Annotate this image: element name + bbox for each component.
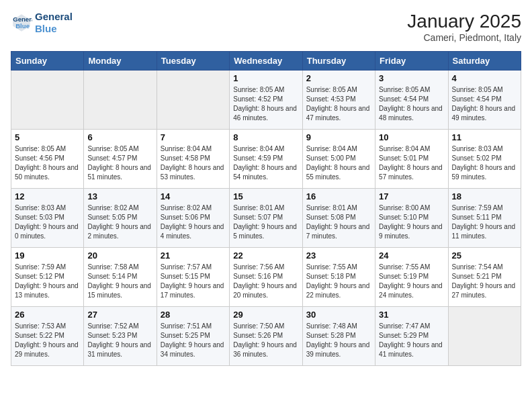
day-number: 26: [15, 310, 80, 320]
day-number: 19: [15, 250, 80, 261]
title-block: January 2025 Cameri, Piedmont, Italy: [407, 11, 521, 43]
weekday-header: Sunday: [11, 52, 84, 71]
day-number: 9: [306, 132, 371, 142]
calendar-cell: 15Sunrise: 8:01 AM Sunset: 5:07 PM Dayli…: [230, 189, 302, 248]
calendar-cell: 31Sunrise: 7:47 AM Sunset: 5:29 PM Dayli…: [375, 307, 448, 366]
day-info: Sunrise: 8:04 AM Sunset: 4:58 PM Dayligh…: [161, 144, 226, 182]
calendar-cell: 5Sunrise: 8:05 AM Sunset: 4:56 PM Daylig…: [11, 130, 84, 189]
day-info: Sunrise: 8:04 AM Sunset: 5:01 PM Dayligh…: [379, 144, 444, 182]
day-info: Sunrise: 8:05 AM Sunset: 4:53 PM Dayligh…: [306, 85, 371, 123]
month-year: January 2025: [407, 11, 521, 32]
day-number: 8: [233, 132, 298, 142]
calendar-cell: 26Sunrise: 7:53 AM Sunset: 5:22 PM Dayli…: [11, 307, 84, 366]
day-info: Sunrise: 7:55 AM Sunset: 5:18 PM Dayligh…: [306, 263, 371, 300]
day-number: 27: [87, 310, 152, 320]
calendar-cell: 10Sunrise: 8:04 AM Sunset: 5:01 PM Dayli…: [375, 130, 448, 189]
calendar-cell: 27Sunrise: 7:52 AM Sunset: 5:23 PM Dayli…: [84, 307, 157, 366]
calendar-cell: 6Sunrise: 8:05 AM Sunset: 4:57 PM Daylig…: [84, 130, 157, 189]
day-number: 24: [379, 250, 444, 261]
day-number: 3: [379, 73, 444, 83]
day-info: Sunrise: 8:05 AM Sunset: 4:54 PM Dayligh…: [452, 85, 517, 123]
calendar-cell: [448, 307, 521, 366]
page-header: General Blue General Blue January 2025 C…: [11, 11, 521, 43]
day-number: 6: [87, 132, 152, 142]
day-info: Sunrise: 8:00 AM Sunset: 5:10 PM Dayligh…: [379, 203, 444, 241]
calendar-cell: 12Sunrise: 8:03 AM Sunset: 5:03 PM Dayli…: [11, 189, 84, 248]
logo-line1: General: [35, 11, 73, 23]
day-info: Sunrise: 7:57 AM Sunset: 5:15 PM Dayligh…: [161, 263, 226, 300]
calendar-cell: 13Sunrise: 8:02 AM Sunset: 5:05 PM Dayli…: [84, 189, 157, 248]
day-number: 5: [15, 132, 80, 142]
day-number: 4: [452, 73, 517, 83]
day-info: Sunrise: 8:02 AM Sunset: 5:05 PM Dayligh…: [87, 203, 152, 241]
day-number: 10: [379, 132, 444, 142]
calendar-cell: [84, 71, 157, 130]
day-info: Sunrise: 8:05 AM Sunset: 4:54 PM Dayligh…: [379, 85, 444, 123]
day-number: 20: [87, 250, 152, 261]
day-info: Sunrise: 7:53 AM Sunset: 5:22 PM Dayligh…: [15, 322, 80, 359]
day-number: 28: [161, 310, 226, 320]
weekday-header: Monday: [84, 52, 157, 71]
weekday-header: Saturday: [448, 52, 521, 71]
calendar-cell: 18Sunrise: 7:59 AM Sunset: 5:11 PM Dayli…: [448, 189, 521, 248]
calendar-cell: 30Sunrise: 7:48 AM Sunset: 5:28 PM Dayli…: [302, 307, 375, 366]
day-info: Sunrise: 7:59 AM Sunset: 5:12 PM Dayligh…: [15, 263, 80, 300]
day-info: Sunrise: 8:05 AM Sunset: 4:52 PM Dayligh…: [233, 85, 298, 123]
day-info: Sunrise: 8:02 AM Sunset: 5:06 PM Dayligh…: [161, 203, 226, 241]
day-number: 7: [161, 132, 226, 142]
day-number: 15: [233, 191, 298, 201]
calendar-cell: 11Sunrise: 8:03 AM Sunset: 5:02 PM Dayli…: [448, 130, 521, 189]
day-number: 30: [306, 310, 371, 320]
day-number: 18: [452, 191, 517, 201]
calendar-cell: 19Sunrise: 7:59 AM Sunset: 5:12 PM Dayli…: [11, 248, 84, 307]
calendar-cell: 7Sunrise: 8:04 AM Sunset: 4:58 PM Daylig…: [157, 130, 229, 189]
weekday-header: Wednesday: [230, 52, 302, 71]
day-number: 12: [15, 191, 80, 201]
day-info: Sunrise: 8:03 AM Sunset: 5:02 PM Dayligh…: [452, 144, 517, 182]
calendar-cell: 8Sunrise: 8:04 AM Sunset: 4:59 PM Daylig…: [230, 130, 302, 189]
day-number: 31: [379, 310, 444, 320]
day-info: Sunrise: 7:59 AM Sunset: 5:11 PM Dayligh…: [452, 203, 517, 241]
day-number: 2: [306, 73, 371, 83]
day-number: 13: [87, 191, 152, 201]
day-info: Sunrise: 8:04 AM Sunset: 4:59 PM Dayligh…: [233, 144, 298, 182]
logo-line2: Blue: [35, 23, 73, 35]
calendar-cell: 4Sunrise: 8:05 AM Sunset: 4:54 PM Daylig…: [448, 71, 521, 130]
weekday-header: Thursday: [302, 52, 375, 71]
calendar-cell: 1Sunrise: 8:05 AM Sunset: 4:52 PM Daylig…: [230, 71, 302, 130]
day-number: 11: [452, 132, 517, 142]
calendar-table: SundayMondayTuesdayWednesdayThursdayFrid…: [11, 51, 521, 366]
calendar-cell: 20Sunrise: 7:58 AM Sunset: 5:14 PM Dayli…: [84, 248, 157, 307]
calendar-cell: 17Sunrise: 8:00 AM Sunset: 5:10 PM Dayli…: [375, 189, 448, 248]
day-info: Sunrise: 8:04 AM Sunset: 5:00 PM Dayligh…: [306, 144, 371, 182]
calendar-cell: 24Sunrise: 7:55 AM Sunset: 5:19 PM Dayli…: [375, 248, 448, 307]
calendar-cell: 25Sunrise: 7:54 AM Sunset: 5:21 PM Dayli…: [448, 248, 521, 307]
day-info: Sunrise: 8:05 AM Sunset: 4:56 PM Dayligh…: [15, 144, 80, 182]
day-info: Sunrise: 7:52 AM Sunset: 5:23 PM Dayligh…: [87, 322, 152, 359]
day-info: Sunrise: 7:56 AM Sunset: 5:16 PM Dayligh…: [233, 263, 298, 300]
day-number: 29: [233, 310, 298, 320]
weekday-header: Friday: [375, 52, 448, 71]
day-info: Sunrise: 7:51 AM Sunset: 5:25 PM Dayligh…: [161, 322, 226, 359]
calendar-header: SundayMondayTuesdayWednesdayThursdayFrid…: [11, 52, 521, 71]
day-number: 16: [306, 191, 371, 201]
day-info: Sunrise: 7:54 AM Sunset: 5:21 PM Dayligh…: [452, 263, 517, 300]
day-info: Sunrise: 7:58 AM Sunset: 5:14 PM Dayligh…: [87, 263, 152, 300]
day-info: Sunrise: 7:50 AM Sunset: 5:26 PM Dayligh…: [233, 322, 298, 359]
day-number: 17: [379, 191, 444, 201]
day-number: 23: [306, 250, 371, 261]
calendar-cell: 2Sunrise: 8:05 AM Sunset: 4:53 PM Daylig…: [302, 71, 375, 130]
calendar-cell: 14Sunrise: 8:02 AM Sunset: 5:06 PM Dayli…: [157, 189, 229, 248]
day-info: Sunrise: 8:01 AM Sunset: 5:07 PM Dayligh…: [233, 203, 298, 241]
calendar-cell: [157, 71, 229, 130]
calendar-cell: 29Sunrise: 7:50 AM Sunset: 5:26 PM Dayli…: [230, 307, 302, 366]
calendar-cell: [11, 71, 84, 130]
day-info: Sunrise: 8:03 AM Sunset: 5:03 PM Dayligh…: [15, 203, 80, 241]
location: Cameri, Piedmont, Italy: [407, 32, 521, 43]
day-number: 14: [161, 191, 226, 201]
day-info: Sunrise: 7:55 AM Sunset: 5:19 PM Dayligh…: [379, 263, 444, 300]
calendar-cell: 21Sunrise: 7:57 AM Sunset: 5:15 PM Dayli…: [157, 248, 229, 307]
calendar-cell: 22Sunrise: 7:56 AM Sunset: 5:16 PM Dayli…: [230, 248, 302, 307]
logo-icon: General Blue: [11, 12, 32, 34]
day-number: 21: [161, 250, 226, 261]
